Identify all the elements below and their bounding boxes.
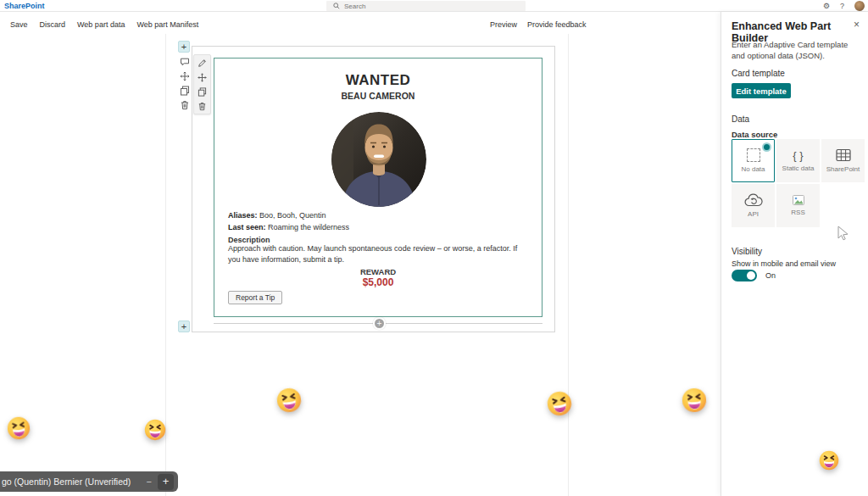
duplicate-section-icon[interactable] [179, 85, 190, 96]
edit-pencil-icon[interactable] [197, 58, 208, 69]
minus-icon[interactable]: − [147, 476, 152, 487]
search-icon [333, 3, 340, 9]
last-seen-label: Last seen: [228, 223, 266, 231]
laughing-emoji-glyph [681, 387, 708, 414]
tile-label: Static data [782, 164, 815, 172]
add-web-part-handle[interactable]: + [373, 317, 386, 330]
braces-icon: { } [793, 150, 803, 161]
suite-bar-actions: ⚙ ? [823, 0, 865, 12]
provide-feedback-button[interactable]: Provide feedback [527, 20, 587, 29]
sharepoint-workbench: SharePoint ⚙ ? Save Discard Web part dat… [0, 0, 868, 496]
add-section-top-button[interactable]: + [178, 41, 190, 53]
web-part-manifest-button[interactable]: Web part Manifest [136, 20, 198, 29]
edit-template-button[interactable]: Edit template [732, 83, 791, 98]
wanted-title: WANTED [214, 72, 542, 89]
laughing-emoji [681, 387, 708, 414]
sharepoint-logo[interactable]: SharePoint [4, 2, 45, 10]
tile-label: No data [741, 165, 765, 173]
delete-web-part-icon[interactable] [197, 101, 208, 112]
delete-section-icon[interactable] [179, 99, 190, 110]
laughing-emoji-glyph [6, 415, 32, 442]
laughing-emoji-glyph [819, 450, 839, 471]
avatar[interactable] [854, 1, 865, 11]
laughing-emoji-glyph [545, 389, 575, 419]
laughing-emoji [819, 450, 839, 471]
web-part-toolbar [193, 54, 211, 114]
comment-icon[interactable] [179, 56, 190, 67]
api-cloud-icon [744, 193, 763, 207]
last-seen-value: Roaming the wilderness [268, 223, 349, 231]
data-source-label: Data source [732, 130, 777, 139]
web-part-property-panel: Enhanced Web Part Builder × Enter an Ada… [721, 12, 868, 496]
data-source-tiles: No data { } Static data SharePoint [732, 139, 865, 227]
tile-label: RSS [791, 209, 804, 216]
visibility-toggle-label: Show in mobile and email view [732, 259, 836, 268]
command-bar-right: Preview Provide feedback [490, 20, 587, 29]
laughing-emoji [275, 386, 303, 415]
data-source-no-data[interactable]: No data [732, 139, 775, 182]
settings-gear-icon[interactable]: ⚙ [823, 3, 830, 10]
aliases-row: Aliases: Boo, Booh, Quentin [228, 211, 326, 220]
canvas-right-edge [568, 34, 569, 496]
aliases-label: Aliases: [228, 211, 258, 220]
data-source-rss[interactable]: RSS [776, 184, 820, 227]
add-section-bottom-button[interactable]: + [178, 320, 190, 332]
save-button[interactable]: Save [10, 20, 28, 29]
last-seen-row: Last seen: Roaming the wilderness [228, 223, 349, 231]
command-bar-left: Save Discard Web part data Web part Mani… [10, 20, 198, 29]
report-a-tip-button[interactable]: Report a Tip [228, 291, 282, 304]
laughing-emoji-glyph [275, 386, 303, 415]
toggle-state-label: On [765, 271, 776, 280]
sharepoint-list-icon [836, 148, 851, 162]
description-text: Approach with caution. May launch sponta… [228, 243, 526, 265]
participant-name: go (Quentin) Bernier (Unverified) [2, 476, 141, 487]
laughing-emoji-glyph [144, 419, 166, 441]
suite-bar: SharePoint ⚙ ? [0, 0, 868, 12]
laughing-emoji [545, 389, 575, 419]
move-section-icon[interactable] [179, 70, 190, 81]
panel-description: Enter an Adaptive Card template and opti… [732, 39, 860, 62]
web-part-data-button[interactable]: Web part data [77, 20, 125, 29]
data-source-static-data[interactable]: { } Static data [776, 139, 820, 182]
search-box[interactable] [326, 1, 526, 11]
visibility-toggle-row: On [732, 270, 776, 281]
data-source-api[interactable]: API [732, 184, 775, 227]
preview-button[interactable]: Preview [490, 20, 517, 29]
plus-icon[interactable]: + [158, 474, 174, 490]
rss-broken-image-icon [793, 195, 804, 205]
close-icon[interactable]: × [854, 19, 860, 31]
card-template-label: Card template [732, 69, 785, 78]
tile-label: API [748, 210, 759, 218]
selected-radio-icon [762, 142, 771, 152]
move-web-part-icon[interactable] [197, 72, 208, 83]
adaptive-card-web-part[interactable]: WANTED BEAU CAMERON [214, 58, 542, 317]
tile-label: SharePoint [826, 165, 860, 173]
laughing-emoji [6, 415, 32, 442]
section-toolbar [179, 56, 190, 110]
wanted-portrait-photo [331, 112, 426, 207]
mobile-email-toggle[interactable] [732, 270, 757, 281]
reward-amount: $5,000 [214, 276, 542, 288]
participant-name-tag: go (Quentin) Bernier (Unverified) − + [0, 471, 178, 492]
data-source-sharepoint[interactable]: SharePoint [821, 139, 865, 182]
search-input[interactable] [344, 3, 497, 10]
wanted-name: BEAU CAMERON [214, 91, 542, 101]
help-icon[interactable]: ? [840, 3, 844, 10]
reward-label: REWARD [214, 267, 542, 276]
data-label: Data [732, 114, 749, 124]
no-data-icon [747, 148, 760, 162]
laughing-emoji [144, 419, 166, 441]
discard-button[interactable]: Discard [40, 20, 66, 29]
duplicate-web-part-icon[interactable] [197, 86, 208, 98]
aliases-value: Boo, Booh, Quentin [259, 211, 326, 220]
visibility-label: Visibility [732, 247, 762, 256]
